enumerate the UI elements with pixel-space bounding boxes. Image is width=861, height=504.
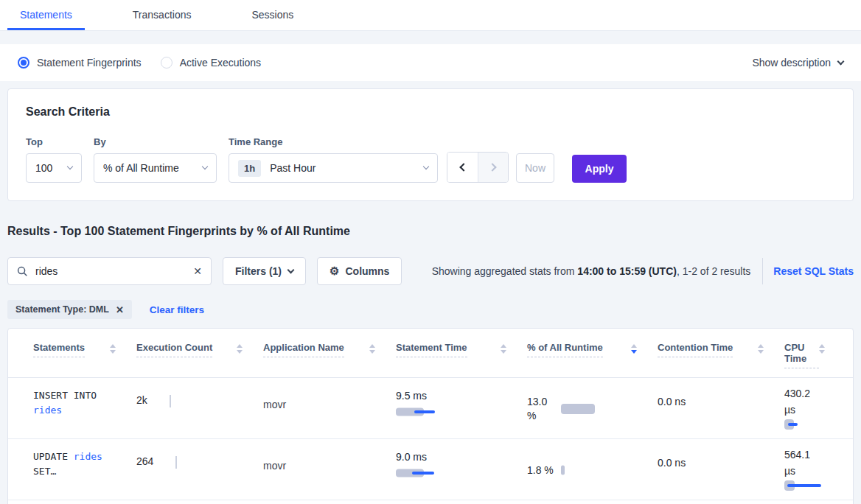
reset-sql-stats-link[interactable]: Reset SQL Stats <box>773 265 854 277</box>
page-tabs: Statements Transactions Sessions <box>0 0 861 31</box>
by-value: % of All Runtime <box>103 162 179 174</box>
pct-runtime-cell: 1.8 % <box>527 449 658 491</box>
cpu-time-bar <box>784 480 836 491</box>
time-range-select[interactable]: 1h Past Hour <box>229 153 438 183</box>
gear-icon: ⚙ <box>330 265 339 278</box>
application-name-cell: movr <box>263 449 396 491</box>
top-value: 100 <box>35 162 52 174</box>
statement-time-bar <box>396 407 447 417</box>
statement-time-bar <box>396 468 447 478</box>
column-header-cpu-time[interactable]: CPU Time <box>784 342 846 368</box>
columns-button[interactable]: ⚙ Columns <box>317 257 402 285</box>
column-header-statement-time[interactable]: Statement Time <box>396 342 527 368</box>
top-select[interactable]: 100 <box>26 153 82 183</box>
search-criteria-title: Search Criteria <box>26 105 835 119</box>
previous-time-range-button[interactable] <box>447 153 478 182</box>
radio-label: Statement Fingerprints <box>37 57 142 69</box>
application-name-cell: movr <box>263 388 396 430</box>
columns-label: Columns <box>345 265 389 277</box>
statement-time-cell: 9.0 ms <box>396 449 527 491</box>
sort-icon[interactable] <box>758 344 764 354</box>
pct-runtime-cell: 13.0 % <box>527 388 658 430</box>
chevron-left-icon <box>459 163 467 171</box>
contention-time-cell: 0.0 ns <box>658 449 784 491</box>
statement-cell[interactable]: INSERT INTO rides <box>33 388 113 430</box>
top-label: Top <box>26 136 82 147</box>
view-toggle-bar: Statement Fingerprints Active Executions… <box>0 44 861 81</box>
chevron-right-icon <box>488 163 496 171</box>
execution-count-bar <box>170 395 171 407</box>
active-filters-row: Statement Type: DML ✕ Clear filters <box>7 300 854 319</box>
next-time-range-button[interactable] <box>478 153 508 182</box>
chevron-down-icon <box>423 164 429 169</box>
column-header-application-name[interactable]: Application Name <box>263 342 396 368</box>
chevron-down-icon <box>837 57 845 65</box>
filters-label: Filters (1) <box>235 265 282 277</box>
remove-filter-icon[interactable]: ✕ <box>116 304 124 315</box>
show-description-label: Show description <box>752 57 831 69</box>
statement-link[interactable]: rides <box>74 451 102 462</box>
time-range-badge: 1h <box>238 160 261 177</box>
chevron-down-icon <box>287 266 295 273</box>
search-icon <box>17 266 28 277</box>
sort-icon[interactable] <box>237 344 243 354</box>
time-range-arrows <box>447 152 509 183</box>
chevron-down-icon <box>202 164 208 169</box>
pct-runtime-bar <box>561 465 598 475</box>
statement-cell[interactable]: UPDATE rides SET… <box>33 449 113 491</box>
sort-icon[interactable] <box>819 344 825 354</box>
sort-icon[interactable] <box>369 344 375 354</box>
stats-time-range: 14:00 to 15:59 (UTC) <box>577 265 677 277</box>
radio-selected-icon <box>18 57 29 69</box>
column-header-execution-count[interactable]: Execution Count <box>136 342 263 368</box>
time-range-value: Past Hour <box>270 162 316 174</box>
statement-search-box[interactable]: ✕ <box>7 257 212 285</box>
by-field: By % of All Runtime <box>94 136 217 183</box>
execution-count-bar <box>175 456 177 469</box>
filters-button[interactable]: Filters (1) <box>223 257 306 285</box>
clear-search-icon[interactable]: ✕ <box>193 265 202 277</box>
chevron-down-icon <box>67 164 73 169</box>
tab-transactions[interactable]: Transactions <box>120 0 204 30</box>
top-field: Top 100 <box>26 136 82 183</box>
filter-pill-statement-type[interactable]: Statement Type: DML ✕ <box>7 300 132 319</box>
now-button[interactable]: Now <box>516 153 554 183</box>
sort-icon-active-desc[interactable] <box>631 344 637 354</box>
column-header-statements[interactable]: Statements <box>33 342 136 368</box>
by-label: By <box>94 136 217 147</box>
divider <box>762 258 763 284</box>
execution-count-cell: 264 <box>136 449 263 491</box>
results-controls: ✕ Filters (1) ⚙ Columns Showing aggregat… <box>7 257 854 285</box>
search-criteria-panel: Search Criteria Top 100 By % of All Runt… <box>7 88 854 201</box>
filter-pill-label: Statement Type: DML <box>15 304 109 315</box>
radio-active-executions[interactable]: Active Executions <box>161 57 262 69</box>
time-range-label: Time Range <box>229 136 438 147</box>
radio-unselected-icon <box>161 57 172 69</box>
tab-sessions[interactable]: Sessions <box>239 0 306 30</box>
statement-link[interactable]: rides <box>33 405 62 416</box>
results-heading: Results - Top 100 Statement Fingerprints… <box>7 225 854 238</box>
contention-time-cell: 0.0 ns <box>658 388 784 430</box>
radio-statement-fingerprints[interactable]: Statement Fingerprints <box>18 57 142 69</box>
search-input[interactable] <box>35 265 193 277</box>
execution-count-cell: 2k <box>136 388 263 430</box>
show-description-toggle[interactable]: Show description <box>752 57 843 69</box>
pct-runtime-bar <box>561 404 598 414</box>
tab-statements[interactable]: Statements <box>7 0 85 30</box>
cpu-time-cell: 430.2 µs <box>784 385 846 430</box>
table-row[interactable]: UPDATE rides SET… 264 movr 9.0 ms 1.8 % … <box>8 439 853 500</box>
by-select[interactable]: % of All Runtime <box>94 153 217 183</box>
clear-filters-link[interactable]: Clear filters <box>150 304 204 315</box>
sort-icon[interactable] <box>501 344 506 354</box>
table-row[interactable]: INSERT INTO rides 2k movr 9.5 ms 13.0 % … <box>8 378 853 439</box>
apply-button[interactable]: Apply <box>572 155 627 183</box>
column-header-contention-time[interactable]: Contention Time <box>658 342 784 368</box>
aggregated-stats-text: Showing aggregated stats from 14:00 to 1… <box>432 265 751 277</box>
radio-label: Active Executions <box>180 57 262 69</box>
time-range-field: Time Range 1h Past Hour <box>229 136 438 183</box>
table-header-row: Statements Execution Count Application N… <box>8 329 853 378</box>
sort-icon[interactable] <box>110 344 116 354</box>
column-header-pct-of-all-runtime[interactable]: % of All Runtime <box>527 342 658 368</box>
cpu-time-bar <box>784 419 836 430</box>
statements-table: Statements Execution Count Application N… <box>7 328 854 504</box>
